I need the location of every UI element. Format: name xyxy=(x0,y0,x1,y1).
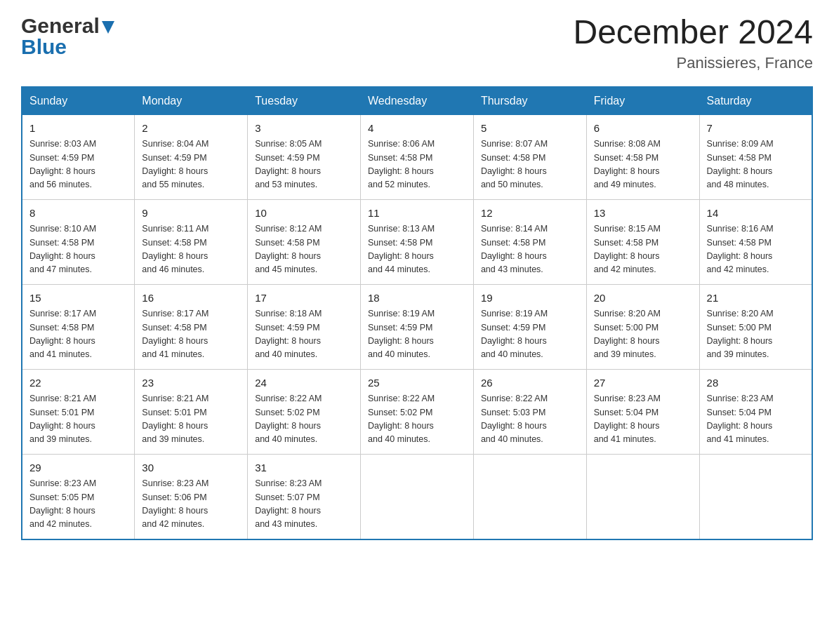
logo-triangle-icon xyxy=(102,21,114,34)
calendar-day-cell: 19Sunrise: 8:19 AMSunset: 4:59 PMDayligh… xyxy=(473,284,586,369)
calendar-body: 1Sunrise: 8:03 AMSunset: 4:59 PMDaylight… xyxy=(22,114,812,539)
calendar-day-cell: 13Sunrise: 8:15 AMSunset: 4:58 PMDayligh… xyxy=(586,199,699,284)
day-number: 29 xyxy=(29,460,127,476)
day-number: 31 xyxy=(255,460,353,476)
day-info: Sunrise: 8:17 AMSunset: 4:58 PMDaylight:… xyxy=(29,307,127,362)
calendar-day-cell: 10Sunrise: 8:12 AMSunset: 4:58 PMDayligh… xyxy=(248,199,361,284)
day-info: Sunrise: 8:23 AMSunset: 5:04 PMDaylight:… xyxy=(707,392,805,447)
calendar-day-cell: 15Sunrise: 8:17 AMSunset: 4:58 PMDayligh… xyxy=(22,284,135,369)
calendar-day-cell: 30Sunrise: 8:23 AMSunset: 5:06 PMDayligh… xyxy=(135,454,248,539)
title-area: December 2024 Panissieres, France xyxy=(573,14,813,72)
day-number: 5 xyxy=(481,121,579,137)
logo-blue-text: Blue xyxy=(21,35,67,59)
weekday-header-sunday: Sunday xyxy=(22,87,135,115)
day-number: 24 xyxy=(255,375,353,391)
day-number: 23 xyxy=(142,375,240,391)
day-number: 20 xyxy=(594,290,692,307)
day-info: Sunrise: 8:16 AMSunset: 4:58 PMDaylight:… xyxy=(707,222,805,277)
day-info: Sunrise: 8:09 AMSunset: 4:58 PMDaylight:… xyxy=(707,137,805,192)
calendar-day-cell: 17Sunrise: 8:18 AMSunset: 4:59 PMDayligh… xyxy=(248,284,361,369)
day-info: Sunrise: 8:23 AMSunset: 5:07 PMDaylight:… xyxy=(255,477,353,532)
day-number: 1 xyxy=(29,121,127,137)
day-info: Sunrise: 8:21 AMSunset: 5:01 PMDaylight:… xyxy=(29,392,127,447)
day-number: 19 xyxy=(481,290,579,307)
day-number: 12 xyxy=(481,206,579,222)
weekday-header-saturday: Saturday xyxy=(699,87,812,115)
day-info: Sunrise: 8:11 AMSunset: 4:58 PMDaylight:… xyxy=(142,222,240,277)
day-info: Sunrise: 8:22 AMSunset: 5:02 PMDaylight:… xyxy=(368,392,466,447)
day-info: Sunrise: 8:20 AMSunset: 5:00 PMDaylight:… xyxy=(707,307,805,362)
day-info: Sunrise: 8:10 AMSunset: 4:58 PMDaylight:… xyxy=(29,222,127,277)
calendar-day-cell: 28Sunrise: 8:23 AMSunset: 5:04 PMDayligh… xyxy=(699,369,812,454)
day-info: Sunrise: 8:19 AMSunset: 4:59 PMDaylight:… xyxy=(368,307,466,362)
day-number: 25 xyxy=(368,375,466,391)
calendar-day-cell xyxy=(361,454,474,539)
calendar-day-cell: 4Sunrise: 8:06 AMSunset: 4:58 PMDaylight… xyxy=(361,114,474,199)
calendar-week-row: 15Sunrise: 8:17 AMSunset: 4:58 PMDayligh… xyxy=(22,284,812,369)
day-number: 27 xyxy=(594,375,692,391)
calendar-table: SundayMondayTuesdayWednesdayThursdayFrid… xyxy=(21,86,813,540)
calendar-day-cell xyxy=(473,454,586,539)
calendar-day-cell: 12Sunrise: 8:14 AMSunset: 4:58 PMDayligh… xyxy=(473,199,586,284)
calendar-day-cell: 14Sunrise: 8:16 AMSunset: 4:58 PMDayligh… xyxy=(699,199,812,284)
day-number: 9 xyxy=(142,206,240,222)
calendar-day-cell: 2Sunrise: 8:04 AMSunset: 4:59 PMDaylight… xyxy=(135,114,248,199)
day-info: Sunrise: 8:23 AMSunset: 5:06 PMDaylight:… xyxy=(142,477,240,532)
calendar-day-cell: 16Sunrise: 8:17 AMSunset: 4:58 PMDayligh… xyxy=(135,284,248,369)
weekday-header-monday: Monday xyxy=(135,87,248,115)
day-number: 22 xyxy=(29,375,127,391)
day-info: Sunrise: 8:08 AMSunset: 4:58 PMDaylight:… xyxy=(594,137,692,192)
calendar-day-cell: 5Sunrise: 8:07 AMSunset: 4:58 PMDaylight… xyxy=(473,114,586,199)
logo: General Blue xyxy=(21,14,114,59)
calendar-day-cell: 8Sunrise: 8:10 AMSunset: 4:58 PMDaylight… xyxy=(22,199,135,284)
day-info: Sunrise: 8:05 AMSunset: 4:59 PMDaylight:… xyxy=(255,137,353,192)
day-info: Sunrise: 8:13 AMSunset: 4:58 PMDaylight:… xyxy=(368,222,466,277)
day-info: Sunrise: 8:17 AMSunset: 4:58 PMDaylight:… xyxy=(142,307,240,362)
weekday-header-friday: Friday xyxy=(586,87,699,115)
day-info: Sunrise: 8:22 AMSunset: 5:02 PMDaylight:… xyxy=(255,392,353,447)
weekday-header-tuesday: Tuesday xyxy=(248,87,361,115)
calendar-day-cell xyxy=(699,454,812,539)
calendar-day-cell: 23Sunrise: 8:21 AMSunset: 5:01 PMDayligh… xyxy=(135,369,248,454)
day-info: Sunrise: 8:07 AMSunset: 4:58 PMDaylight:… xyxy=(481,137,579,192)
day-info: Sunrise: 8:23 AMSunset: 5:05 PMDaylight:… xyxy=(29,477,127,532)
calendar-day-cell: 25Sunrise: 8:22 AMSunset: 5:02 PMDayligh… xyxy=(361,369,474,454)
day-info: Sunrise: 8:04 AMSunset: 4:59 PMDaylight:… xyxy=(142,137,240,192)
day-number: 17 xyxy=(255,290,353,307)
calendar-day-cell: 11Sunrise: 8:13 AMSunset: 4:58 PMDayligh… xyxy=(361,199,474,284)
calendar-day-cell: 29Sunrise: 8:23 AMSunset: 5:05 PMDayligh… xyxy=(22,454,135,539)
calendar-header: SundayMondayTuesdayWednesdayThursdayFrid… xyxy=(22,87,812,115)
day-number: 21 xyxy=(707,290,805,307)
calendar-title: December 2024 xyxy=(573,14,813,51)
day-info: Sunrise: 8:03 AMSunset: 4:59 PMDaylight:… xyxy=(29,137,127,192)
day-number: 2 xyxy=(142,121,240,137)
weekday-header-wednesday: Wednesday xyxy=(361,87,474,115)
day-number: 11 xyxy=(368,206,466,222)
calendar-day-cell: 26Sunrise: 8:22 AMSunset: 5:03 PMDayligh… xyxy=(473,369,586,454)
day-number: 16 xyxy=(142,290,240,307)
day-info: Sunrise: 8:06 AMSunset: 4:58 PMDaylight:… xyxy=(368,137,466,192)
calendar-day-cell xyxy=(586,454,699,539)
calendar-week-row: 22Sunrise: 8:21 AMSunset: 5:01 PMDayligh… xyxy=(22,369,812,454)
calendar-day-cell: 9Sunrise: 8:11 AMSunset: 4:58 PMDaylight… xyxy=(135,199,248,284)
calendar-day-cell: 1Sunrise: 8:03 AMSunset: 4:59 PMDaylight… xyxy=(22,114,135,199)
day-info: Sunrise: 8:23 AMSunset: 5:04 PMDaylight:… xyxy=(594,392,692,447)
day-number: 14 xyxy=(707,206,805,222)
day-number: 15 xyxy=(29,290,127,307)
svg-marker-0 xyxy=(102,21,114,34)
day-number: 10 xyxy=(255,206,353,222)
calendar-day-cell: 20Sunrise: 8:20 AMSunset: 5:00 PMDayligh… xyxy=(586,284,699,369)
calendar-day-cell: 3Sunrise: 8:05 AMSunset: 4:59 PMDaylight… xyxy=(248,114,361,199)
calendar-day-cell: 22Sunrise: 8:21 AMSunset: 5:01 PMDayligh… xyxy=(22,369,135,454)
day-info: Sunrise: 8:21 AMSunset: 5:01 PMDaylight:… xyxy=(142,392,240,447)
day-info: Sunrise: 8:20 AMSunset: 5:00 PMDaylight:… xyxy=(594,307,692,362)
day-info: Sunrise: 8:18 AMSunset: 4:59 PMDaylight:… xyxy=(255,307,353,362)
day-number: 8 xyxy=(29,206,127,222)
day-number: 3 xyxy=(255,121,353,137)
calendar-week-row: 8Sunrise: 8:10 AMSunset: 4:58 PMDaylight… xyxy=(22,199,812,284)
logo-general-text: General xyxy=(21,14,100,38)
calendar-day-cell: 27Sunrise: 8:23 AMSunset: 5:04 PMDayligh… xyxy=(586,369,699,454)
calendar-day-cell: 21Sunrise: 8:20 AMSunset: 5:00 PMDayligh… xyxy=(699,284,812,369)
day-number: 26 xyxy=(481,375,579,391)
day-number: 7 xyxy=(707,121,805,137)
